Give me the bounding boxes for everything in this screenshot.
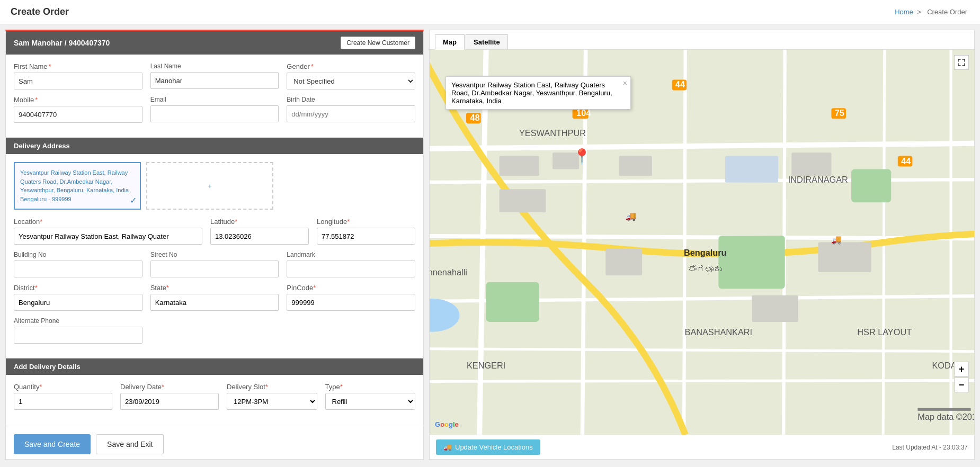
- quantity-label: Quantity*: [14, 383, 112, 391]
- svg-rect-25: [818, 243, 871, 272]
- page-header: Create Order Home > Create Order: [0, 0, 980, 24]
- type-select[interactable]: Refill New Return: [325, 393, 416, 410]
- google-logo: Google: [435, 420, 459, 428]
- svg-text:🚚: 🚚: [831, 233, 842, 245]
- save-and-exit-button[interactable]: Save and Exit: [96, 434, 164, 454]
- save-and-create-button[interactable]: Save and Create: [14, 434, 91, 454]
- latitude-label: Latitude*: [210, 218, 309, 226]
- svg-text:HSR LAYOUT: HSR LAYOUT: [857, 327, 912, 337]
- pincode-label: PinCode*: [287, 284, 415, 292]
- delivery-slot-field: Delivery Slot* 12PM-3PM 9AM-12PM 3PM-6PM…: [227, 383, 317, 410]
- email-group: Email: [150, 96, 279, 123]
- svg-rect-22: [791, 152, 831, 176]
- breadcrumb-home[interactable]: Home: [895, 8, 913, 16]
- map-container[interactable]: Map data ©2019 Terms of Use 48 104 44 75…: [430, 50, 974, 435]
- page-title: Create Order: [11, 6, 69, 17]
- district-group: District*: [14, 284, 142, 311]
- zoom-out-button[interactable]: −: [954, 378, 969, 392]
- alt-phone-row: Alternate Phone: [14, 317, 415, 344]
- location-row: Location* Latitude* Longitude*: [14, 218, 415, 245]
- personal-info-section: First Name* Last Name Gender* Not Specif…: [6, 55, 423, 138]
- street-no-input[interactable]: [150, 261, 279, 277]
- svg-text:104: 104: [576, 108, 591, 118]
- delivery-date-input[interactable]: [120, 393, 219, 410]
- alt-phone-label: Alternate Phone: [14, 317, 142, 325]
- svg-rect-20: [500, 189, 546, 212]
- state-input[interactable]: [150, 294, 279, 311]
- svg-text:Channenahalli: Channenahalli: [430, 267, 467, 277]
- gender-select[interactable]: Not Specified Male Female: [287, 73, 415, 89]
- alt-phone-group: Alternate Phone: [14, 317, 142, 344]
- map-fullscreen-button[interactable]: [954, 55, 969, 70]
- last-name-input[interactable]: [150, 72, 279, 89]
- svg-rect-13: [718, 236, 785, 289]
- quantity-input[interactable]: [14, 393, 112, 410]
- landmark-label: Landmark: [287, 251, 415, 258]
- pincode-input[interactable]: [287, 294, 415, 311]
- first-name-input[interactable]: [14, 73, 142, 89]
- tooltip-close-btn[interactable]: ×: [623, 79, 627, 87]
- location-input[interactable]: [14, 228, 202, 245]
- mobile-input[interactable]: [14, 106, 142, 123]
- svg-rect-15: [851, 169, 891, 203]
- tab-map[interactable]: Map: [435, 34, 465, 50]
- svg-line-6: [430, 380, 974, 382]
- state-group: State*: [150, 284, 279, 311]
- quantity-field: Quantity*: [14, 383, 112, 410]
- tab-satellite[interactable]: Satellite: [466, 34, 508, 49]
- delivery-date-label: Delivery Date*: [120, 383, 219, 391]
- mobile-label: Mobile*: [14, 96, 142, 104]
- building-row: Building No Street No Landmark: [14, 251, 415, 277]
- longitude-input[interactable]: [317, 228, 415, 245]
- delivery-slot-select[interactable]: 12PM-3PM 9AM-12PM 3PM-6PM 6PM-9PM: [227, 393, 317, 410]
- svg-rect-14: [486, 282, 539, 322]
- latitude-group: Latitude*: [210, 218, 309, 245]
- update-vehicles-button[interactable]: 🚚 Update Vehicle Locations: [436, 439, 540, 455]
- last-updated-text: Last Updated At - 23:03:37: [892, 444, 968, 451]
- landmark-input[interactable]: [287, 261, 415, 277]
- latitude-input[interactable]: [210, 228, 309, 245]
- truck-icon: 🚚: [443, 443, 452, 451]
- building-no-input[interactable]: [14, 261, 142, 277]
- footer-buttons: Save and Create Save and Exit: [6, 426, 423, 460]
- svg-text:KENGERI: KENGERI: [467, 361, 505, 370]
- map-footer: 🚚 Update Vehicle Locations Last Updated …: [430, 435, 974, 459]
- longitude-group: Longitude*: [317, 218, 415, 245]
- delivery-address-header: Delivery Address: [6, 138, 423, 154]
- address-add-card[interactable]: +: [146, 162, 273, 210]
- mobile-group: Mobile*: [14, 96, 142, 123]
- district-row: District* State* PinCode*: [14, 284, 415, 311]
- address-cards-row: Yesvantpur Railway Station East, Railway…: [14, 162, 415, 210]
- create-new-customer-button[interactable]: Create New Customer: [341, 37, 415, 49]
- delivery-row: Quantity* Delivery Date* Delivery Slot*: [14, 383, 415, 410]
- address-check-icon: ✓: [130, 195, 137, 205]
- map-controls: + −: [954, 362, 969, 392]
- email-label: Email: [150, 96, 279, 103]
- birth-date-group: Birth Date: [287, 96, 415, 123]
- street-no-group: Street No: [150, 251, 279, 277]
- address-card-selected[interactable]: Yesvantpur Railway Station East, Railway…: [14, 162, 141, 210]
- breadcrumb-separator: >: [917, 8, 921, 16]
- district-input[interactable]: [14, 294, 142, 311]
- svg-text:ಬೆಂಗಳೂರು: ಬೆಂಗಳೂರು: [688, 264, 722, 274]
- alt-phone-input[interactable]: [14, 327, 142, 344]
- svg-rect-19: [619, 156, 652, 176]
- gender-group: Gender* Not Specified Male Female: [287, 62, 415, 89]
- last-name-label: Last Name: [150, 62, 279, 70]
- map-pin: 📍: [573, 148, 591, 165]
- customer-name: Sam Manohar / 9400407370: [14, 39, 110, 47]
- personal-info-row2: Mobile* Email Birth Date: [14, 96, 415, 123]
- tooltip-text: Yesvantpur Railway Station East, Railway…: [451, 81, 612, 105]
- svg-rect-23: [605, 249, 642, 275]
- gender-label: Gender*: [287, 62, 415, 70]
- email-input[interactable]: [150, 105, 279, 122]
- svg-text:44: 44: [901, 156, 911, 166]
- building-no-group: Building No: [14, 251, 142, 277]
- breadcrumb: Home > Create Order: [895, 8, 969, 16]
- birth-date-input[interactable]: [287, 105, 415, 122]
- type-field: Type* Refill New Return: [325, 383, 416, 410]
- zoom-in-button[interactable]: +: [954, 362, 969, 376]
- pincode-group: PinCode*: [287, 284, 415, 311]
- delivery-details-header: Add Delivery Details: [6, 358, 423, 375]
- state-label: State*: [150, 284, 279, 292]
